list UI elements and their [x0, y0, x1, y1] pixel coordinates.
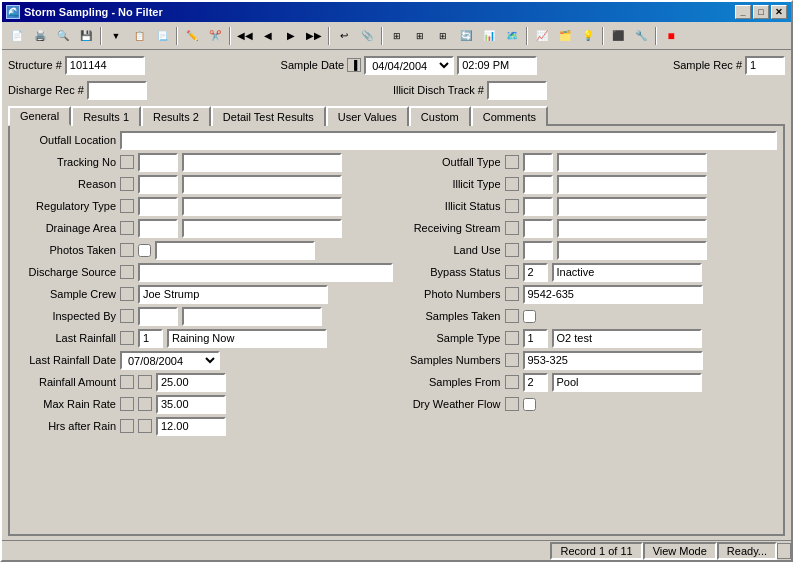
sep5	[381, 27, 383, 45]
tb-report[interactable]: 📈	[531, 25, 553, 47]
inspected-input2[interactable]	[182, 307, 322, 326]
samples-from-row: Samples From	[401, 372, 778, 392]
inspected-input1[interactable]	[138, 307, 178, 326]
drainage-input2[interactable]	[182, 219, 342, 238]
samples-numbers-label: Samples Numbers	[401, 354, 501, 366]
rainfall-amount-label: Rainfall Amount	[16, 376, 116, 388]
receiving-stream-input2[interactable]	[557, 219, 707, 238]
tb-map[interactable]: 🗺️	[501, 25, 523, 47]
max-rain-rate-input[interactable]	[156, 395, 226, 414]
scrollbar-corner[interactable]	[777, 543, 791, 559]
rainfall-amount-ind2	[138, 375, 152, 389]
tb-grid3[interactable]: ⊞	[432, 25, 454, 47]
tab-results2[interactable]: Results 2	[141, 106, 211, 126]
tab-results1[interactable]: Results 1	[71, 106, 141, 126]
reason-input2[interactable]	[182, 175, 342, 194]
two-col-layout: Tracking No Reason	[16, 152, 777, 436]
sample-type-num[interactable]	[523, 329, 548, 348]
tb-tools[interactable]: 🔧	[630, 25, 652, 47]
sample-time-input[interactable]	[457, 56, 537, 75]
tb-btn2[interactable]: 📋	[128, 25, 150, 47]
illicit-status-input2[interactable]	[557, 197, 707, 216]
tab-user-values[interactable]: User Values	[326, 106, 409, 126]
tb-grid2[interactable]: ⊞	[409, 25, 431, 47]
tb-cut[interactable]: ✂️	[204, 25, 226, 47]
samples-numbers-input[interactable]	[523, 351, 703, 370]
regulatory-input1[interactable]	[138, 197, 178, 216]
tb-next[interactable]: ▶	[280, 25, 302, 47]
tb-prev[interactable]: ◀	[257, 25, 279, 47]
outfall-location-input[interactable]	[120, 131, 777, 150]
rainfall-indicator	[120, 331, 134, 345]
bypass-status-num[interactable]	[523, 263, 548, 282]
samples-from-input[interactable]	[552, 373, 702, 392]
tab-general[interactable]: General	[8, 106, 71, 126]
photos-taken-checkbox[interactable]	[138, 244, 151, 257]
outfall-type-input1[interactable]	[523, 153, 553, 172]
tb-search[interactable]: 🔍	[52, 25, 74, 47]
tb-files[interactable]: 🗂️	[554, 25, 576, 47]
tb-settings[interactable]: ⬛	[607, 25, 629, 47]
sample-date-dropdown[interactable]: 04/04/2004	[364, 56, 454, 75]
samples-from-num[interactable]	[523, 373, 548, 392]
land-use-input2[interactable]	[557, 241, 707, 260]
rainfall-amount-input[interactable]	[156, 373, 226, 392]
tb-save[interactable]: 💾	[75, 25, 97, 47]
tracking-no-input1[interactable]	[138, 153, 178, 172]
samples-taken-checkbox[interactable]	[523, 310, 536, 323]
last-rainfall-date-dropdown[interactable]: 07/08/2004	[120, 351, 220, 370]
rainfall-num-input[interactable]	[138, 329, 163, 348]
photos-taken-input[interactable]	[155, 241, 315, 260]
hrs-after-rain-input[interactable]	[156, 417, 226, 436]
illicit-type-input1[interactable]	[523, 175, 553, 194]
tb-prev-fast[interactable]: ◀◀	[234, 25, 256, 47]
land-use-input1[interactable]	[523, 241, 553, 260]
tab-custom[interactable]: Custom	[409, 106, 471, 126]
tb-btn3[interactable]: 📃	[151, 25, 173, 47]
tb-draw[interactable]: ✏️	[181, 25, 203, 47]
form-area: Outfall Location Tracking No	[16, 130, 777, 436]
illicit-type-input2[interactable]	[557, 175, 707, 194]
status-bar: Record 1 of 11 View Mode Ready...	[2, 540, 791, 560]
tab-comments[interactable]: Comments	[471, 106, 548, 126]
discharge-input[interactable]	[87, 81, 147, 100]
illicit-input[interactable]	[487, 81, 547, 100]
tb-filter[interactable]: ▼	[105, 25, 127, 47]
tb-print[interactable]: 🖨️	[29, 25, 51, 47]
bypass-status-indicator	[505, 265, 519, 279]
sample-date-label: Sample Date	[281, 59, 345, 71]
hrs-after-rain-label: Hrs after Rain	[16, 420, 116, 432]
regulatory-input2[interactable]	[182, 197, 342, 216]
close-button[interactable]: ✕	[771, 5, 787, 19]
sample-type-input[interactable]	[552, 329, 702, 348]
maximize-button[interactable]: □	[753, 5, 769, 19]
tb-refresh[interactable]: 🔄	[455, 25, 477, 47]
reason-input1[interactable]	[138, 175, 178, 194]
bypass-status-input[interactable]	[552, 263, 702, 282]
illicit-status-label: Illicit Status	[401, 200, 501, 212]
tb-new[interactable]: 📄	[6, 25, 28, 47]
structure-input[interactable]	[65, 56, 145, 75]
tab-detail-test[interactable]: Detail Test Results	[211, 106, 326, 126]
outfall-type-input2[interactable]	[557, 153, 707, 172]
discharge-source-input[interactable]	[138, 263, 393, 282]
rainfall-desc-input[interactable]	[167, 329, 327, 348]
tb-attach[interactable]: 📎	[356, 25, 378, 47]
minimize-button[interactable]: _	[735, 5, 751, 19]
sample-crew-input[interactable]	[138, 285, 328, 304]
tb-chart[interactable]: 📊	[478, 25, 500, 47]
tb-undo[interactable]: ↩	[333, 25, 355, 47]
drainage-input1[interactable]	[138, 219, 178, 238]
tb-exit[interactable]: ■	[660, 25, 682, 47]
receiving-stream-input1[interactable]	[523, 219, 553, 238]
dry-weather-flow-checkbox[interactable]	[523, 398, 536, 411]
tracking-no-input2[interactable]	[182, 153, 342, 172]
tb-help[interactable]: 💡	[577, 25, 599, 47]
illicit-type-row: Illicit Type	[401, 174, 778, 194]
illicit-status-input1[interactable]	[523, 197, 553, 216]
sample-rec-input[interactable]	[745, 56, 785, 75]
photo-numbers-input[interactable]	[523, 285, 703, 304]
tb-next-fast[interactable]: ▶▶	[303, 25, 325, 47]
tb-grid1[interactable]: ⊞	[386, 25, 408, 47]
regulatory-type-label: Regulatory Type	[16, 200, 116, 212]
